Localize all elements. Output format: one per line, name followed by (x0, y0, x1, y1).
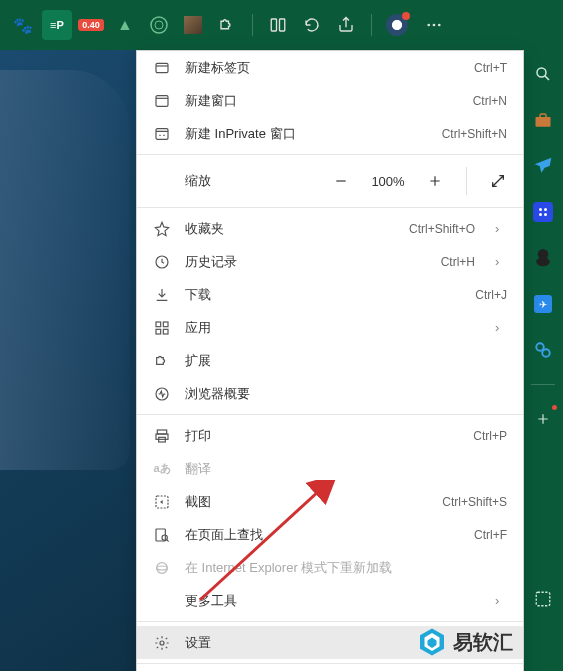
translate-item: aあ 翻译 (137, 452, 523, 485)
ie-mode-item: 在 Internet Explorer 模式下重新加载 (137, 551, 523, 584)
ep-tab-icon[interactable]: ≡P (42, 10, 72, 40)
svg-rect-22 (156, 322, 161, 327)
refresh-icon[interactable] (297, 10, 327, 40)
svg-rect-19 (156, 95, 168, 106)
add-button[interactable] (531, 407, 555, 431)
puzzle-icon (153, 352, 171, 370)
gear-icon (153, 634, 171, 652)
svg-point-10 (544, 208, 547, 211)
separator (137, 154, 523, 155)
shortcut: Ctrl+Shift+S (442, 495, 507, 509)
menu-label: 下载 (185, 286, 461, 304)
shortcut: Ctrl+F (474, 528, 507, 542)
chevron-right-icon: › (495, 254, 507, 269)
svg-point-4 (427, 24, 430, 27)
menu-label: 收藏夹 (185, 220, 395, 238)
menu-label: 在 Internet Explorer 模式下重新加载 (185, 559, 507, 577)
svg-rect-24 (156, 329, 161, 334)
puzzle-icon[interactable] (212, 10, 242, 40)
badge-icon[interactable]: 0.40 (76, 10, 106, 40)
sidebar: ✈ (523, 50, 563, 671)
briefcase-icon[interactable] (531, 108, 555, 132)
zoom-percent: 100% (368, 174, 408, 189)
download-icon (153, 286, 171, 304)
svg-point-12 (544, 213, 547, 216)
extension-icon-2[interactable]: ▲ (110, 10, 140, 40)
zoom-label: 缩放 (185, 172, 318, 190)
separator (137, 414, 523, 415)
shortcut: Ctrl+N (473, 94, 507, 108)
new-tab-item[interactable]: 新建标签页 Ctrl+T (137, 51, 523, 84)
svg-point-34 (157, 566, 168, 570)
svg-point-15 (536, 343, 544, 351)
profile-avatar[interactable] (382, 10, 412, 40)
telegram-icon[interactable] (531, 154, 555, 178)
separator (137, 207, 523, 208)
screenshot-tool-icon[interactable] (531, 587, 555, 611)
tab-icon (153, 59, 171, 77)
app-icon-blue[interactable]: ✈ (531, 292, 555, 316)
watermark-text: 易软汇 (453, 629, 513, 656)
svg-point-0 (151, 17, 167, 33)
extensions-item[interactable]: 扩展 (137, 344, 523, 377)
print-icon (153, 427, 171, 445)
downloads-item[interactable]: 下载 Ctrl+J (137, 278, 523, 311)
new-window-item[interactable]: 新建窗口 Ctrl+N (137, 84, 523, 117)
share-icon[interactable] (331, 10, 361, 40)
zoom-in-button[interactable] (426, 172, 444, 190)
browser-essentials-item[interactable]: 浏览器概要 (137, 377, 523, 410)
menu-label: 历史记录 (185, 253, 427, 271)
zoom-row: 缩放 100% (137, 159, 523, 203)
find-item[interactable]: 在页面上查找 Ctrl+F (137, 518, 523, 551)
separator (137, 621, 523, 622)
svg-point-14 (536, 257, 550, 266)
favorites-item[interactable]: 收藏夹 Ctrl+Shift+O › (137, 212, 523, 245)
menu-label: 新建窗口 (185, 92, 459, 110)
menu-label: 在页面上查找 (185, 526, 460, 544)
history-icon (153, 253, 171, 271)
more-tools-item[interactable]: 更多工具 › (137, 584, 523, 617)
baidu-icon[interactable] (531, 200, 555, 224)
blank-icon (153, 592, 171, 610)
extension-icon-3[interactable] (144, 10, 174, 40)
shortcut: Ctrl+T (474, 61, 507, 75)
svg-rect-3 (280, 19, 285, 31)
more-menu-button[interactable] (416, 7, 452, 43)
menu-label: 打印 (185, 427, 459, 445)
history-item[interactable]: 历史记录 Ctrl+H › (137, 245, 523, 278)
qq-icon[interactable] (531, 246, 555, 270)
translate-icon: aあ (153, 460, 171, 478)
chevron-right-icon: › (495, 221, 507, 236)
menu-label: 浏览器概要 (185, 385, 507, 403)
browser-topbar: 🐾 ≡P 0.40 ▲ (0, 0, 563, 50)
print-item[interactable]: 打印 Ctrl+P (137, 419, 523, 452)
svg-rect-27 (157, 430, 166, 434)
chevron-right-icon: › (495, 320, 507, 335)
split-screen-icon[interactable] (263, 10, 293, 40)
ie-icon (153, 559, 171, 577)
svg-point-32 (162, 535, 167, 540)
extension-icon-1[interactable]: 🐾 (8, 10, 38, 40)
link-icon[interactable] (531, 338, 555, 362)
main-menu-dropdown: 新建标签页 Ctrl+T 新建窗口 Ctrl+N 新建 InPrivate 窗口… (136, 50, 524, 671)
new-inprivate-item[interactable]: 新建 InPrivate 窗口 Ctrl+Shift+N (137, 117, 523, 150)
svg-point-33 (157, 562, 168, 573)
search-icon[interactable] (531, 62, 555, 86)
menu-label: 更多工具 (185, 592, 475, 610)
menu-label: 扩展 (185, 352, 507, 370)
apps-item[interactable]: 应用 › (137, 311, 523, 344)
profile-thumb-icon[interactable] (178, 10, 208, 40)
background-image (0, 70, 130, 470)
separator (137, 663, 523, 664)
svg-point-6 (438, 24, 441, 27)
apps-icon (153, 319, 171, 337)
svg-rect-23 (163, 322, 168, 327)
chevron-right-icon: › (495, 593, 507, 608)
svg-point-5 (433, 24, 436, 27)
menu-label: 应用 (185, 319, 475, 337)
zoom-out-button[interactable] (332, 172, 350, 190)
notification-dot-icon (402, 12, 410, 20)
shortcut: Ctrl+P (473, 429, 507, 443)
screenshot-item[interactable]: 截图 Ctrl+Shift+S (137, 485, 523, 518)
fullscreen-button[interactable] (489, 172, 507, 190)
